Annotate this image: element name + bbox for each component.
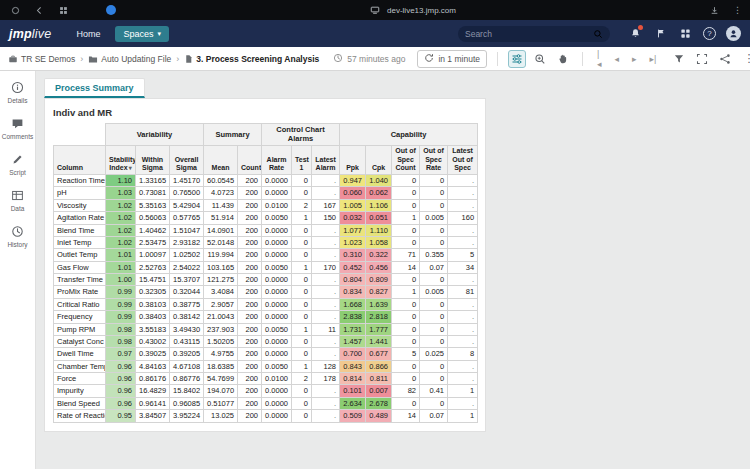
table-row[interactable]: Force0.960.861760.8677654.76992000.01002… <box>54 373 478 385</box>
download-icon[interactable] <box>707 3 722 18</box>
tab-switcher-icon[interactable] <box>8 3 23 18</box>
table-row[interactable]: Blend Time1.021.404621.5104714.09012000.… <box>54 224 478 236</box>
divider <box>582 52 583 66</box>
tab-process-summary[interactable]: Process Summary <box>44 78 145 98</box>
table-row[interactable]: Critical Ratio0.990.381030.387752.905720… <box>54 298 478 310</box>
table-row[interactable]: Chamber Temp0.964.841634.6710818.6385200… <box>54 360 478 372</box>
nav-first-button[interactable]: |◂ <box>593 49 606 69</box>
cell-latest-alarm: 150 <box>312 212 340 224</box>
help-icon[interactable]: ? <box>703 27 716 40</box>
cell-mean: 121.275 <box>204 274 238 286</box>
table-row[interactable]: ProMix Rate0.990.323050.320443.40842000.… <box>54 286 478 298</box>
cell-out-of-spec-rate: 0 <box>420 187 448 199</box>
sidebar-item-details[interactable]: Details <box>8 81 28 104</box>
column-header-mean[interactable]: Mean <box>204 145 238 174</box>
column-header-out-of-spec-count[interactable]: Out of Spec Count <box>392 145 420 174</box>
column-header-count[interactable]: Count <box>238 145 262 174</box>
bookmark-flag-icon[interactable] <box>653 26 668 41</box>
cell-out-of-spec-count: 0 <box>392 360 420 372</box>
cell-cpk: 1.777 <box>366 323 392 335</box>
search-input[interactable] <box>465 29 592 39</box>
app-header: jmplive Home Spaces ▾ ? <box>0 20 750 47</box>
refresh-countdown-button[interactable]: in 1 minute <box>417 50 487 68</box>
cell-latest-out-of-spec: . <box>448 373 478 385</box>
report-controls-button[interactable] <box>508 50 526 68</box>
breadcrumb-report-title[interactable]: 3. Process Screening Analysis <box>184 54 319 64</box>
nav-prev-button[interactable]: ◂ <box>611 54 624 64</box>
cell-overall-sigma: 3.49430 <box>170 323 204 335</box>
data-table-icon <box>11 189 24 203</box>
column-header-within-sigma[interactable]: Within Sigma <box>136 145 170 174</box>
column-header-cpk[interactable]: Cpk <box>366 145 392 174</box>
cell-test-1: 1 <box>292 323 312 335</box>
table-row[interactable]: Pump RPM0.983.551833.49430237.9032000.00… <box>54 323 478 335</box>
table-row[interactable]: Viscosity1.025.351635.4290411.4392000.01… <box>54 199 478 211</box>
app-switcher-grid-icon[interactable] <box>678 26 693 41</box>
home-button[interactable]: Home <box>68 26 108 42</box>
search-icon[interactable] <box>592 28 603 39</box>
cell-out-of-spec-count: 1 <box>392 286 420 298</box>
column-header-latest-out-of-spec[interactable]: Latest Out of Spec <box>448 145 478 174</box>
zoom-button[interactable] <box>531 50 549 68</box>
apps-grid-icon[interactable] <box>56 3 71 18</box>
table-row[interactable]: Gas Flow1.012.527632.54022103.1652000.00… <box>54 261 478 273</box>
sidebar-item-script[interactable]: Script <box>9 153 26 176</box>
fullscreen-button[interactable] <box>693 50 711 68</box>
pan-hand-button[interactable] <box>554 50 572 68</box>
cell-column-name: Impurity <box>54 385 106 397</box>
browser-menu-icon[interactable]: ⋮ <box>733 6 742 15</box>
filter-button[interactable] <box>670 50 688 68</box>
breadcrumb-space[interactable]: TR SE Demos <box>8 54 75 64</box>
sidebar-item-history[interactable]: History <box>7 225 27 248</box>
table-row[interactable]: Outlet Temp1.011.000971.02502119.9942000… <box>54 249 478 261</box>
sidebar-item-data[interactable]: Data <box>11 189 25 212</box>
table-row[interactable]: Catalyst Conc0.980.430020.431151.5020520… <box>54 335 478 347</box>
cell-out-of-spec-count: 0 <box>392 236 420 248</box>
column-header-out-of-spec-rate[interactable]: Out of Spec Rate <box>420 145 448 174</box>
jmp-live-logo[interactable]: jmplive <box>9 27 51 41</box>
cell-latest-alarm: . <box>312 249 340 261</box>
column-header-column[interactable]: Column <box>54 145 106 174</box>
back-icon[interactable] <box>32 3 47 18</box>
table-row[interactable]: pH1.030.730810.765004.07232000.00000.0.0… <box>54 187 478 199</box>
more-options-button[interactable]: ⋮ <box>739 52 750 65</box>
table-row[interactable]: Dwell Time0.970.390250.392054.97552000.0… <box>54 348 478 360</box>
table-row[interactable]: Inlet Temp1.022.534752.9318252.01482000.… <box>54 236 478 248</box>
table-row[interactable]: Blend Speed0.960.961410.960850.510772000… <box>54 397 478 409</box>
table-row[interactable]: Rate of Reaction0.953.845073.9522413.025… <box>54 410 478 422</box>
column-header-overall-sigma[interactable]: Overall Sigma <box>170 145 204 174</box>
table-row[interactable]: Reaction Time1.101.331651.4517060.054520… <box>54 175 478 187</box>
nav-next-button[interactable]: ▸ <box>628 54 641 64</box>
cell-ppk: 0.843 <box>340 360 366 372</box>
breadcrumb-separator: › <box>80 54 83 64</box>
cell-overall-sigma: 0.32044 <box>170 286 204 298</box>
cell-out-of-spec-count: 14 <box>392 410 420 422</box>
pinned-app-icon[interactable] <box>106 5 116 15</box>
search-box[interactable] <box>458 26 610 42</box>
cell-count: 200 <box>238 175 262 187</box>
cell-ppk: 0.834 <box>340 286 366 298</box>
table-row[interactable]: Agitation Rate1.020.560630.5776551.91420… <box>54 212 478 224</box>
cell-column-name: pH <box>54 187 106 199</box>
breadcrumb-folder[interactable]: Auto Updating File <box>88 54 171 64</box>
spaces-dropdown[interactable]: Spaces ▾ <box>115 26 169 42</box>
column-header-stability-index[interactable]: Stability Index▾ <box>106 145 136 174</box>
notifications-bell-icon[interactable] <box>628 26 643 41</box>
cell-column-name: ProMix Rate <box>54 286 106 298</box>
column-header-test-1[interactable]: Test 1 <box>292 145 312 174</box>
cell-overall-sigma: 3.95224 <box>170 410 204 422</box>
table-row[interactable]: Impurity0.9616.482915.8402194.0702000.00… <box>54 385 478 397</box>
table-row[interactable]: Transfer Time1.0015.475115.3707121.27520… <box>54 274 478 286</box>
column-header-latest-alarm[interactable]: Latest Alarm <box>312 145 340 174</box>
cell-within-sigma: 0.56063 <box>136 212 170 224</box>
column-header-alarm-rate[interactable]: Alarm Rate <box>262 145 292 174</box>
url-text[interactable]: dev-live13.jmp.com <box>387 6 456 15</box>
user-avatar[interactable] <box>726 26 741 41</box>
table-row[interactable]: Frequency0.990.384030.3814221.00432000.0… <box>54 311 478 323</box>
cell-test-1: 0 <box>292 249 312 261</box>
share-button[interactable] <box>716 50 734 68</box>
cast-icon[interactable] <box>367 3 382 18</box>
sidebar-item-comments[interactable]: Comments <box>2 117 33 140</box>
nav-last-button[interactable]: ▸| <box>646 54 661 64</box>
column-header-ppk[interactable]: Ppk <box>340 145 366 174</box>
